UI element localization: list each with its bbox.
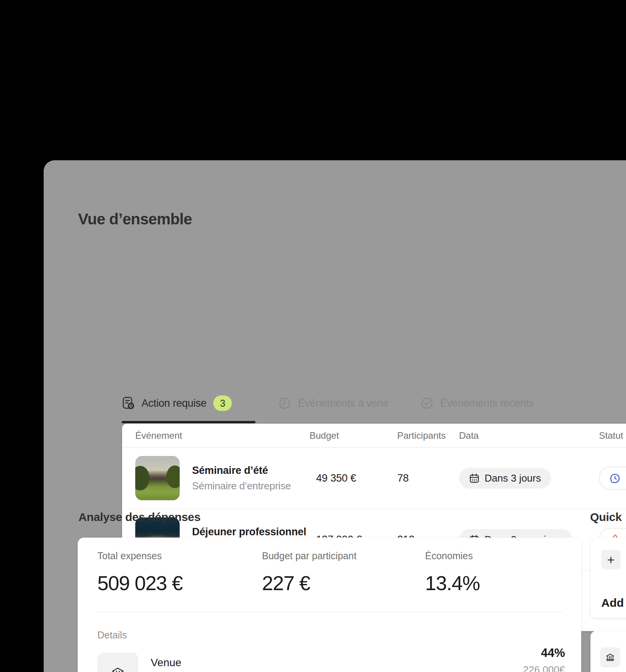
status-badge-pending: Validation r xyxy=(599,467,626,490)
detail-row-name: Venue xyxy=(151,657,181,669)
quick-add-card[interactable]: + Add xyxy=(590,538,626,618)
detail-row-percent: 44% xyxy=(541,646,565,660)
tab-count-badge: 3 xyxy=(213,395,232,411)
quick-section-heading: Quick xyxy=(590,511,622,524)
active-tab-underline xyxy=(122,421,255,423)
divider xyxy=(97,612,563,612)
tab-label: Action requise xyxy=(141,397,206,409)
stat-label: Total expenses xyxy=(97,550,183,562)
stat-value: 227 € xyxy=(262,572,357,595)
add-label: Add xyxy=(601,596,624,609)
stat-label: Budget par participant xyxy=(262,550,357,562)
stat-budget-par-participant: Budget par participant 227 € xyxy=(262,550,357,595)
check-circle-icon xyxy=(421,397,433,409)
event-title: Séminaire d’été xyxy=(192,465,291,477)
stat-value: 13.4% xyxy=(425,572,480,595)
col-header-budget: Budget xyxy=(310,430,339,441)
expenses-section-heading: Analyse des dépenses xyxy=(78,511,201,524)
col-header-data: Data xyxy=(459,430,479,441)
table-header: Événement Budget Participants Data Statu… xyxy=(122,424,626,448)
col-header-evenement: Événement xyxy=(135,430,182,441)
stat-total-expenses: Total expenses 509 023 € xyxy=(97,550,183,595)
tab-evenements-a-venir[interactable]: Événements à venir xyxy=(279,394,389,412)
task-clock-icon xyxy=(122,397,134,410)
tab-evenements-recents[interactable]: Événements récents xyxy=(421,394,534,412)
table-row[interactable]: Séminaire d’été Séminaire d’entreprise 4… xyxy=(122,448,626,509)
stat-label: Économies xyxy=(425,550,480,562)
tab-label: Événements récents xyxy=(440,397,534,409)
calendar-icon xyxy=(469,473,480,484)
event-title: Déjeuner professionnel xyxy=(192,526,306,538)
pending-clock-icon xyxy=(609,473,621,484)
quick-icon-box xyxy=(600,647,620,667)
quick-secondary-card[interactable] xyxy=(590,631,626,672)
col-header-statut: Statut xyxy=(599,430,623,441)
building-icon xyxy=(605,652,615,662)
col-header-participants: Participants xyxy=(397,430,446,441)
participants-value: 78 xyxy=(397,472,409,484)
plus-icon: + xyxy=(607,553,615,566)
date-badge: Dans 3 jours xyxy=(459,468,551,489)
add-button[interactable]: + xyxy=(601,550,621,569)
venue-icon-box xyxy=(97,653,138,672)
expenses-card: Total expenses 509 023 € Budget par part… xyxy=(78,538,581,672)
venue-building-icon xyxy=(110,665,126,672)
details-label: Details xyxy=(97,630,127,641)
budget-value: 49 350 € xyxy=(316,472,356,484)
date-badge-label: Dans 3 jours xyxy=(485,472,541,484)
tab-action-requise[interactable]: Action requise 3 xyxy=(122,394,232,412)
detail-row-amount: 226 000€ xyxy=(523,664,565,672)
event-thumbnail-manor xyxy=(135,456,180,501)
stat-value: 509 023 € xyxy=(97,572,183,595)
clock-circle-icon xyxy=(279,397,291,409)
event-subtitle: Séminaire d’entreprise xyxy=(192,480,291,492)
stat-economies: Économies 13.4% xyxy=(425,550,480,595)
tab-label: Événements à venir xyxy=(298,397,389,409)
page-title: Vue d’ensemble xyxy=(78,210,192,228)
